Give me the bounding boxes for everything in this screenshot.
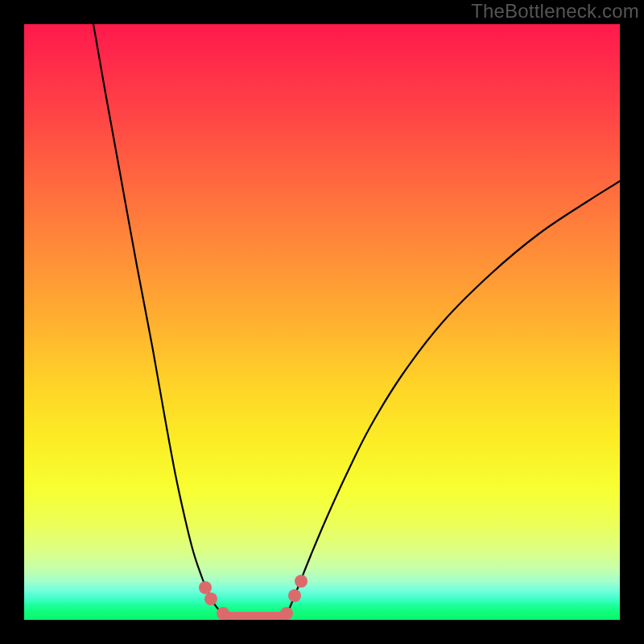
marker-dot bbox=[295, 575, 308, 588]
marker-dot bbox=[288, 589, 301, 602]
chart-frame: TheBottleneck.com bbox=[0, 0, 644, 644]
marker-dot bbox=[204, 592, 217, 605]
plot-area bbox=[24, 24, 620, 620]
curve-right bbox=[286, 181, 620, 616]
marker-dot bbox=[217, 607, 229, 620]
curve-left bbox=[93, 24, 225, 616]
marker-dot bbox=[280, 607, 293, 620]
watermark-text: TheBottleneck.com bbox=[471, 0, 639, 23]
marker-dot bbox=[199, 581, 212, 594]
curve-layer bbox=[24, 24, 620, 620]
